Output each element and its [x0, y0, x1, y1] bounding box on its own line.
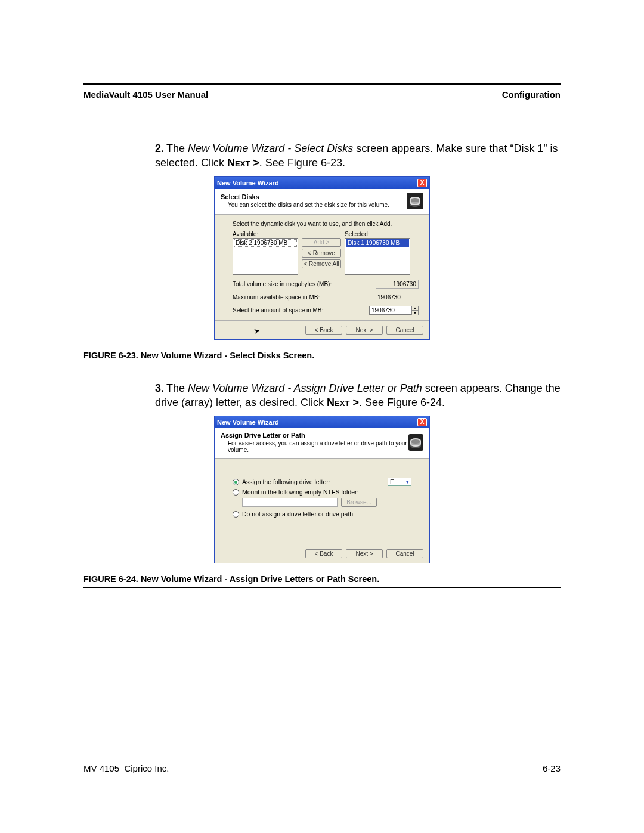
figure-6-23-caption: FIGURE 6-23. New Volume Wizard - Select …	[83, 351, 561, 360]
assign-letter-radio[interactable]	[233, 479, 239, 485]
next-button[interactable]: Next >	[346, 326, 383, 335]
no-assign-radio[interactable]	[233, 511, 239, 518]
spinner-down-icon[interactable]: ▼	[411, 311, 419, 315]
footer-right: 6-23	[543, 763, 561, 773]
assign-drive-letter-dialog: New Volume Wizard X Assign Drive Letter …	[214, 416, 430, 563]
ntfs-folder-input[interactable]	[242, 498, 338, 507]
amount-space-label: Select the amount of space in MB:	[233, 307, 323, 314]
dialog-header-title: Assign Drive Letter or Path	[221, 432, 408, 439]
spinner-buttons[interactable]: ▲ ▼	[411, 306, 419, 315]
drive-letter-select[interactable]: E ▾	[388, 478, 411, 486]
step-2-text: 2.The New Volume Wizard - Select Disks s…	[155, 141, 561, 171]
step-3-number: 3.	[155, 382, 164, 394]
select-disks-dialog: New Volume Wizard X Select Disks You can…	[214, 176, 430, 340]
section-divider	[83, 364, 561, 364]
cancel-button[interactable]: Cancel	[386, 326, 423, 335]
step-2-number: 2.	[155, 143, 164, 154]
selected-listbox[interactable]: Disk 1 1906730 MB	[345, 238, 410, 275]
footer-left: MV 4105_Ciprico Inc.	[83, 763, 169, 773]
disk-icon	[407, 193, 423, 209]
back-button[interactable]: < Back	[305, 549, 342, 558]
browse-button[interactable]: Browse...	[341, 498, 377, 507]
dialog-header: Select Disks You can select the disks an…	[215, 189, 429, 215]
dialog-header-subtitle: You can select the disks and set the dis…	[228, 202, 389, 208]
remove-all-button[interactable]: < Remove All	[302, 259, 341, 268]
mount-folder-radio[interactable]	[233, 489, 239, 496]
available-listbox[interactable]: Disk 2 1906730 MB	[233, 238, 298, 275]
close-icon[interactable]: X	[417, 179, 427, 187]
add-button[interactable]: Add >	[302, 238, 341, 247]
chevron-down-icon: ▾	[406, 479, 409, 485]
total-size-value: 1906730	[376, 280, 419, 289]
remove-button[interactable]: < Remove	[302, 249, 341, 258]
max-space-value: 1906730	[376, 293, 419, 301]
header-rule	[83, 83, 561, 85]
dialog-header-title: Select Disks	[221, 193, 389, 200]
selected-disk-item[interactable]: Disk 1 1906730 MB	[346, 239, 409, 247]
page-footer: MV 4105_Ciprico Inc. 6-23	[83, 758, 561, 773]
selected-label: Selected:	[345, 231, 410, 237]
instruction-text: Select the dynamic disk you want to use,…	[233, 221, 419, 227]
cancel-button[interactable]: Cancel	[386, 549, 423, 558]
dialog-header: Assign Drive Letter or Path For easier a…	[215, 428, 429, 459]
total-size-label: Total volume size in megabytes (MB):	[233, 281, 332, 287]
available-disk-item[interactable]: Disk 2 1906730 MB	[234, 239, 297, 247]
step-3-text: 3.The New Volume Wizard - Assign Drive L…	[155, 381, 561, 410]
dialog-titlebar[interactable]: New Volume Wizard X	[215, 177, 429, 189]
dialog-titlebar[interactable]: New Volume Wizard X	[215, 416, 429, 428]
max-space-label: Maximum available space in MB:	[233, 294, 320, 301]
section-divider	[83, 587, 561, 588]
assign-letter-label: Assign the following drive letter:	[242, 478, 385, 485]
next-button[interactable]: Next >	[346, 549, 383, 558]
dialog-header-subtitle: For easier access, you can assign a driv…	[228, 440, 408, 453]
spinner-up-icon[interactable]: ▲	[411, 306, 419, 311]
disk-icon	[408, 434, 423, 451]
page-header: MediaVault 4105 User Manual Configuratio…	[83, 89, 561, 100]
mount-folder-label: Mount in the following empty NTFS folder…	[242, 488, 359, 496]
dialog-title: New Volume Wizard	[217, 419, 279, 426]
header-left: MediaVault 4105 User Manual	[83, 89, 208, 100]
figure-6-24-caption: FIGURE 6-24. New Volume Wizard - Assign …	[83, 574, 561, 584]
cursor-icon: ➤	[253, 326, 261, 336]
available-label: Available:	[233, 231, 298, 237]
amount-space-input[interactable]: 1906730	[369, 306, 412, 315]
close-icon[interactable]: X	[417, 418, 427, 426]
no-assign-label: Do not assign a drive letter or drive pa…	[242, 510, 353, 518]
dialog-title: New Volume Wizard	[217, 179, 279, 187]
back-button[interactable]: < Back	[305, 326, 342, 335]
header-right: Configuration	[502, 89, 561, 100]
